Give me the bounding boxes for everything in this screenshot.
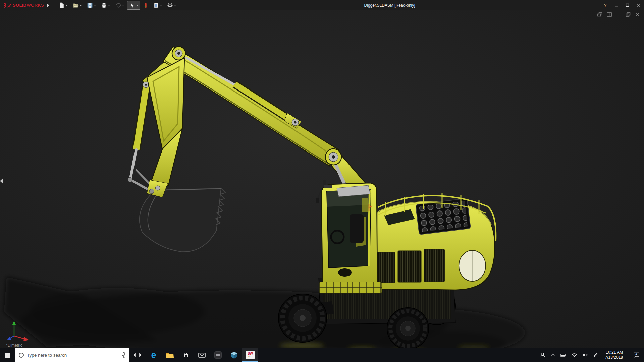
close-icon <box>637 3 640 7</box>
notification-badge: 2 <box>635 352 637 355</box>
media-app-icon <box>214 351 222 359</box>
document-title: Digger.SLDASM [Read-only] <box>364 3 415 8</box>
media-app-button[interactable] <box>210 348 226 362</box>
maximize-icon <box>626 3 629 7</box>
engine-grille <box>416 198 471 235</box>
dropdown-arrow-icon[interactable] <box>122 5 124 6</box>
dropdown-arrow-icon[interactable] <box>80 5 82 6</box>
new-document-icon <box>59 2 65 8</box>
side-vent <box>424 249 445 282</box>
mail-icon <box>198 353 206 358</box>
taskbar-search[interactable] <box>15 348 129 362</box>
minimize-icon <box>614 3 618 7</box>
file-properties-button[interactable] <box>151 1 164 10</box>
dropdown-arrow-icon[interactable] <box>174 5 176 6</box>
taskbar-clock[interactable]: 10:21 AM 7/13/2018 <box>603 350 625 360</box>
model-canvas[interactable] <box>0 10 644 348</box>
people-icon[interactable] <box>540 352 545 358</box>
store-icon <box>182 352 189 358</box>
minimize-button[interactable] <box>611 0 622 10</box>
file-explorer-icon <box>166 352 174 358</box>
select-button[interactable] <box>127 1 140 10</box>
microphone-icon[interactable] <box>121 352 126 358</box>
solidworks-2017-icon: SW 2017 <box>246 351 255 359</box>
file-explorer-button[interactable] <box>162 348 178 362</box>
taskbar: e <box>0 348 644 362</box>
cab-light <box>338 268 352 277</box>
wifi-icon[interactable] <box>571 353 577 357</box>
view-orientation-label: *Dimetric <box>6 343 22 348</box>
volume-icon[interactable] <box>582 353 588 357</box>
quick-access-toolbar <box>57 1 178 10</box>
search-input[interactable] <box>27 353 118 358</box>
open-document-button[interactable] <box>71 1 84 10</box>
tile-windows-icon[interactable] <box>607 12 612 17</box>
print-icon <box>101 2 107 8</box>
solidworks-brand: SOLIDWORKS <box>0 3 44 8</box>
save-icon <box>87 2 93 8</box>
restore-document-icon[interactable] <box>626 12 631 17</box>
front-left-wheel[interactable] <box>278 294 327 342</box>
solidworks-model-viewer-button[interactable] <box>226 348 242 362</box>
task-view-button[interactable] <box>129 348 146 362</box>
new-document-button[interactable] <box>57 1 70 10</box>
exhaust-stack <box>323 180 326 185</box>
clock-date: 7/13/2018 <box>605 355 623 360</box>
front-right-wheel[interactable] <box>387 308 429 348</box>
options-gear-icon <box>167 2 173 8</box>
brand-text-bold: SOLID <box>13 3 26 8</box>
solidworks-model-cube-icon <box>230 351 238 359</box>
select-cursor-icon <box>129 2 135 8</box>
maximize-button[interactable] <box>622 0 633 10</box>
mirror <box>316 198 319 203</box>
options-button[interactable] <box>165 1 178 10</box>
action-center-button[interactable]: 2 <box>630 348 643 362</box>
z-axis-arrow <box>7 337 11 340</box>
system-tray: 10:21 AM 7/13/2018 2 <box>540 348 644 362</box>
document-window-controls <box>597 12 640 17</box>
taskbar-apps: e <box>129 348 258 362</box>
dropdown-arrow-icon[interactable] <box>108 5 110 6</box>
start-button[interactable] <box>0 348 15 362</box>
edge-browser-button[interactable]: e <box>146 348 162 362</box>
collapse-panel-arrow-icon[interactable] <box>0 178 3 184</box>
seat <box>350 214 364 243</box>
cascade-windows-icon[interactable] <box>597 12 602 17</box>
open-document-icon <box>73 2 79 8</box>
dropdown-arrow-icon[interactable] <box>94 5 96 6</box>
battery-icon[interactable] <box>560 353 566 357</box>
microsoft-store-button[interactable] <box>178 348 194 362</box>
y-axis-arrow <box>12 321 16 325</box>
rebuild-button[interactable] <box>141 1 150 10</box>
front-skirt-grille <box>319 282 382 293</box>
cortana-circle-icon <box>19 353 24 358</box>
window-controls: ? <box>600 0 644 10</box>
dropdown-arrow-icon[interactable] <box>160 5 162 6</box>
hidden-icons-chevron-icon[interactable] <box>550 353 555 357</box>
rebuild-icon <box>143 2 148 8</box>
dassault-3ds-logo-icon <box>3 3 11 8</box>
help-button[interactable]: ? <box>600 0 611 10</box>
operator-cab[interactable] <box>316 180 382 293</box>
windows-start-icon <box>5 353 10 358</box>
clock-time: 10:21 AM <box>605 350 623 355</box>
x-axis-arrow <box>23 337 29 341</box>
mail-button[interactable] <box>194 348 210 362</box>
edge-icon: e <box>151 351 156 360</box>
dropdown-arrow-icon[interactable] <box>136 5 138 6</box>
undo-button[interactable] <box>113 1 126 10</box>
menu-flyout-arrow-icon[interactable] <box>47 4 49 7</box>
minimize-document-icon[interactable] <box>616 12 621 17</box>
dropdown-arrow-icon[interactable] <box>66 5 68 6</box>
windows-ink-pen-icon[interactable] <box>593 353 598 357</box>
graphics-viewport[interactable]: *Dimetric <box>0 10 644 348</box>
close-button[interactable] <box>633 0 644 10</box>
save-button[interactable] <box>85 1 98 10</box>
screen: SOLIDWORKS <box>0 0 644 362</box>
titlebar: SOLIDWORKS <box>0 0 644 10</box>
undo-icon <box>115 2 121 8</box>
solidworks-2017-button[interactable]: SW 2017 <box>242 348 258 362</box>
print-button[interactable] <box>99 1 112 10</box>
close-document-icon[interactable] <box>635 12 640 17</box>
reference-triad <box>3 319 34 343</box>
